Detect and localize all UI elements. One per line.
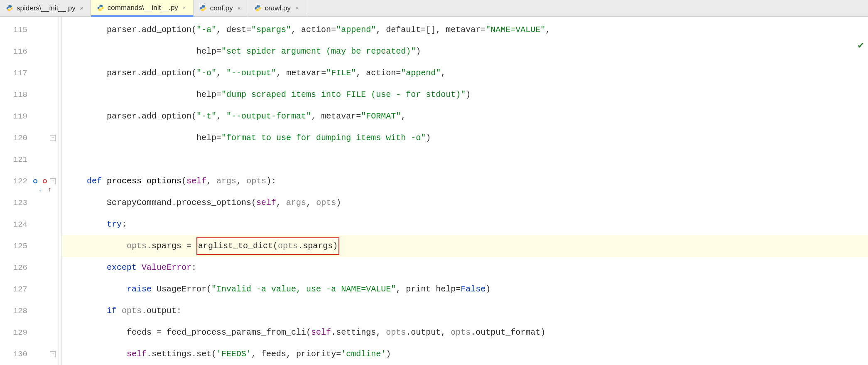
code-line[interactable]: raise UsageError("Invalid -a value, use … (62, 279, 868, 300)
close-icon[interactable]: × (236, 5, 242, 11)
line-number: 128 (0, 300, 33, 322)
line-number: 120 (0, 127, 33, 149)
code-line[interactable]: try: (62, 214, 868, 235)
editor-window: spiders\__init__.py × commands\__init__.… (0, 0, 868, 365)
gutter-icons: − ↓↑ − − (33, 17, 58, 365)
close-icon[interactable]: × (79, 5, 85, 11)
svg-point-5 (204, 10, 204, 10)
python-file-icon (199, 5, 207, 12)
line-number: 124 (0, 214, 33, 235)
fold-icon[interactable]: − (50, 135, 56, 141)
tab-conf[interactable]: conf.py × (194, 0, 248, 16)
tab-label: spiders\__init__.py (17, 4, 76, 12)
code-line[interactable]: parser.add_option("-a", dest="spargs", a… (62, 19, 868, 41)
svg-point-1 (10, 10, 11, 10)
code-line[interactable]: help="dump scraped items into FILE (use … (62, 84, 868, 106)
line-number: 118 (0, 84, 33, 106)
line-number: 126 (0, 257, 33, 279)
tab-label: commands\__init__.py (108, 4, 178, 12)
tab-commands-init[interactable]: commands\__init__.py × (91, 0, 194, 17)
tab-bar: spiders\__init__.py × commands\__init__.… (0, 0, 868, 17)
svg-point-4 (202, 5, 202, 6)
fold-icon[interactable]: − (50, 178, 56, 184)
fold-icon[interactable]: − (50, 351, 56, 357)
line-number: 122 (0, 170, 33, 192)
svg-point-0 (8, 5, 9, 6)
line-number: 130 (0, 343, 33, 365)
code-line[interactable]: def process_options(self, args, opts): (62, 170, 868, 192)
code-content[interactable]: parser.add_option("-a", dest="spargs", a… (61, 17, 868, 365)
line-number: 127 (0, 279, 33, 300)
line-number: 129 (0, 322, 33, 343)
code-line[interactable]: ScrapyCommand.process_options(self, args… (62, 192, 868, 214)
tab-crawl[interactable]: crawl.py × (248, 0, 306, 16)
line-number: 115 (0, 19, 33, 41)
line-number: 117 (0, 62, 33, 84)
tab-label: crawl.py (265, 4, 291, 12)
line-number: 119 (0, 106, 33, 127)
close-icon[interactable]: × (294, 5, 300, 11)
code-line[interactable]: help="set spider argument (may be repeat… (62, 41, 868, 62)
close-icon[interactable]: × (181, 5, 187, 11)
code-line[interactable]: parser.add_option("-t", "--output-format… (62, 106, 868, 127)
tab-spiders-init[interactable]: spiders\__init__.py × (0, 0, 91, 16)
line-number-gutter: 115 116 117 118 119 120 121 122 123 124 … (0, 17, 33, 365)
code-line[interactable]: except ValueError: (62, 257, 868, 279)
code-line[interactable]: parser.add_option("-o", "--output", meta… (62, 62, 868, 84)
code-line[interactable]: self.settings.set('FEEDS', feeds, priori… (62, 343, 868, 365)
svg-point-6 (257, 5, 257, 6)
tab-label: conf.py (210, 4, 233, 12)
svg-point-3 (101, 10, 101, 10)
code-line[interactable] (62, 149, 868, 170)
code-area[interactable]: ✔ 115 116 117 118 119 120 121 122 123 12… (0, 17, 868, 365)
line-number: 116 (0, 41, 33, 62)
highlighted-expression: arglist_to_dict(opts.spargs) (196, 237, 339, 255)
svg-point-2 (99, 5, 100, 5)
python-file-icon (6, 5, 13, 12)
line-number: 123 (0, 192, 33, 214)
code-line-highlighted[interactable]: opts.spargs = arglist_to_dict(opts.sparg… (62, 235, 868, 257)
svg-point-7 (258, 10, 259, 10)
code-line[interactable]: if opts.output: (62, 300, 868, 322)
code-line[interactable]: help="format to use for dumping items wi… (62, 127, 868, 149)
code-line[interactable]: feeds = feed_process_params_from_cli(sel… (62, 322, 868, 343)
line-number: 121 (0, 149, 33, 170)
python-file-icon (254, 5, 262, 12)
line-number: 125 (0, 235, 33, 257)
python-file-icon (97, 4, 104, 12)
change-marker-strip (58, 17, 61, 365)
